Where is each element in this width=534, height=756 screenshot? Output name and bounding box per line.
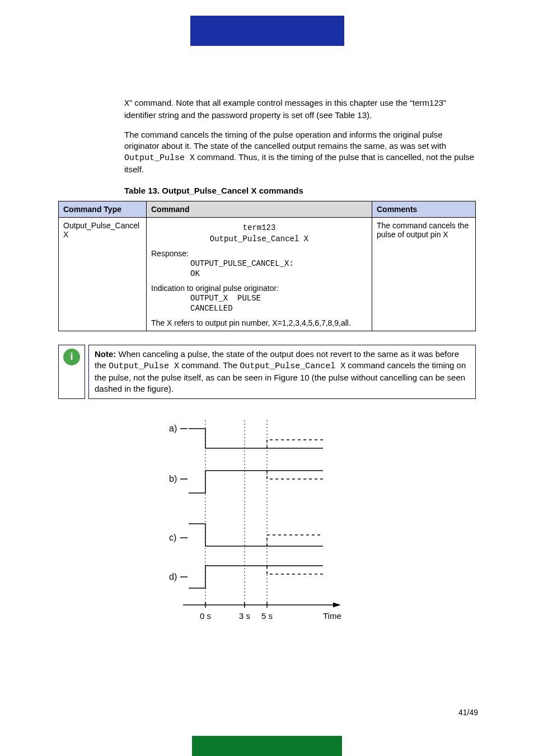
indication-line2: CANCELLED xyxy=(151,304,367,313)
th-comments: Comments xyxy=(372,201,476,217)
row-label-c: c) xyxy=(169,533,176,542)
note-code1: Output_Pulse X xyxy=(109,361,179,371)
cell-command: term123 Output_Pulse_Cancel X Response: … xyxy=(147,217,372,331)
diagram-row-d: d) xyxy=(169,566,323,588)
code-output-pulse: Output_Pulse X xyxy=(124,153,195,163)
intro-p1-text: ” command. Note that all example control… xyxy=(124,98,446,120)
response-label: Response: xyxy=(151,249,367,258)
table-caption: Table 13. Output_Pulse_Cancel X commands xyxy=(58,186,476,195)
xtick-0: 0 s xyxy=(200,611,211,621)
note-box: i Note: When canceling a pulse, the stat… xyxy=(58,345,476,399)
response-line1: OUTPUT_PULSE_CANCEL_X: xyxy=(151,259,367,268)
timing-diagram-svg: a) b) c) xyxy=(161,415,373,627)
indication-line1: OUTPUT_X PULSE xyxy=(151,294,367,303)
info-icon-glyph: i xyxy=(70,351,73,363)
note-label: Note: xyxy=(95,349,116,359)
timing-diagram: a) b) c) xyxy=(161,415,373,629)
row-label-d: d) xyxy=(169,572,177,581)
diagram-row-c: c) xyxy=(169,524,323,546)
intro-paragraph-2: The command cancels the timing of the pu… xyxy=(124,129,476,176)
code-x: X xyxy=(124,99,129,109)
xref-text: The X refers to output pin number, X=1,2… xyxy=(151,318,367,327)
th-command-type: Command Type xyxy=(59,201,147,217)
commands-table: Command Type Command Comments Output_Pul… xyxy=(58,201,476,331)
th-command: Command xyxy=(147,201,372,217)
table-row: Output_Pulse_Cancel X term123 Output_Pul… xyxy=(59,217,476,331)
note-code2: Output_Pulse_Cancel X xyxy=(240,361,345,371)
note-text: Note: When canceling a pulse, the state … xyxy=(88,345,476,399)
intro-paragraph-1: X” command. Note that all example contro… xyxy=(124,97,476,121)
page-number: 41/49 xyxy=(458,708,478,717)
diagram-row-b: b) xyxy=(169,471,323,493)
note-text-2: command. The xyxy=(179,360,240,370)
row-label-a: a) xyxy=(169,424,177,433)
cmd-line1: term123 xyxy=(151,223,367,232)
cell-command-type: Output_Pulse_Cancel X xyxy=(59,217,147,331)
row-label-b: b) xyxy=(169,474,177,483)
xtick-1: 3 s xyxy=(239,611,250,621)
table-header-row: Command Type Command Comments xyxy=(59,201,476,217)
indication-label: Indication to original pulse originator: xyxy=(151,284,367,293)
xtick-2: 5 s xyxy=(261,611,273,621)
note-icon-cell: i xyxy=(58,345,85,399)
diagram-row-a: a) xyxy=(169,424,323,448)
intro-p2-before: The command cancels the timing of the pu… xyxy=(124,130,446,151)
footer-bar xyxy=(192,736,342,756)
response-line2: OK xyxy=(151,269,367,278)
info-icon: i xyxy=(63,349,80,365)
header-bar xyxy=(190,16,344,46)
cmd-line2: Output_Pulse_Cancel X xyxy=(151,234,367,243)
x-axis-label: Time xyxy=(323,611,341,621)
cell-comments: The command cancels the pulse of output … xyxy=(372,217,476,331)
